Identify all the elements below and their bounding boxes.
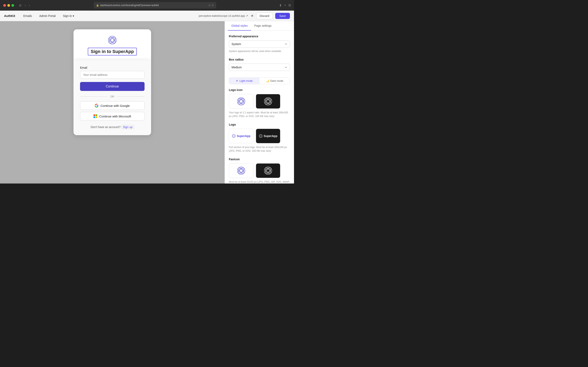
svg-point-2 <box>111 39 114 42</box>
main-area: Sign in to SuperApp Email Continue OR <box>0 21 294 184</box>
svg-point-11 <box>265 99 271 104</box>
toolbar-right: perceptive-kaleidoscope-14.authkit.app ↗… <box>199 13 290 19</box>
svg-point-24 <box>238 168 244 173</box>
back-button[interactable]: ‹ <box>24 3 26 8</box>
moon-icon: 🌙 <box>266 79 269 82</box>
forward-button[interactable]: › <box>28 3 31 8</box>
browser-controls: ⊟ ‹ › <box>18 3 31 8</box>
or-line-right <box>117 96 145 97</box>
tabs-icon[interactable]: ⧉ <box>288 3 291 7</box>
favicon-dark-svg <box>264 167 272 175</box>
theme-toggle-icon[interactable]: ☀ <box>251 14 254 18</box>
favicon-section: Favicon <box>229 158 290 184</box>
appearance-select[interactable]: System Light Dark <box>229 40 290 48</box>
external-link-icon: ↗ <box>246 14 248 17</box>
logo-icon-options <box>229 94 290 109</box>
traffic-lights <box>3 4 14 7</box>
logo-text-options: SuperApp SuperApp <box>229 129 290 143</box>
svg-point-30 <box>267 169 269 172</box>
dark-mode-label: Dark mode <box>270 79 283 82</box>
logo-section: Logo SuperApp <box>229 123 290 153</box>
auth-header-card: Sign in to SuperApp <box>73 29 151 60</box>
discard-button[interactable]: Discard <box>256 13 273 19</box>
google-button-label: Continue with Google <box>100 104 130 108</box>
close-button[interactable] <box>3 4 6 7</box>
auth-body-card: Email Continue OR Continue wi <box>73 60 151 135</box>
nav-admin-portal[interactable]: Admin Portal <box>36 13 59 19</box>
save-button[interactable]: Save <box>275 13 290 19</box>
email-label: Email <box>80 66 145 69</box>
signup-text: Don't have an account? Sign up <box>80 125 145 129</box>
panel-tabs: Global styles Page settings <box>225 21 294 31</box>
logo-icon-dark[interactable] <box>256 94 280 109</box>
logo-text-dark[interactable]: SuperApp <box>256 129 280 143</box>
logo-text-light[interactable]: SuperApp <box>229 129 253 143</box>
favicon-title: Favicon <box>229 158 290 161</box>
google-icon <box>95 104 98 108</box>
or-text: OR <box>110 95 114 98</box>
share-icon[interactable]: ⬆ <box>279 3 282 7</box>
logo-title: Logo <box>229 123 290 126</box>
app-logo: AuthKit <box>4 14 15 17</box>
appearance-hint: System appearance will be used when avai… <box>229 49 290 53</box>
logo-icon-title: Logo icon <box>229 88 290 92</box>
cast-icon: ⊙ <box>208 4 210 7</box>
fullscreen-button[interactable] <box>11 4 14 7</box>
box-radius-section: Box radius Small Medium Large <box>229 58 290 73</box>
logo-hint: Full version of your logo. Must be at le… <box>229 145 290 153</box>
preview-area: Sign in to SuperApp Email Continue OR <box>0 21 225 184</box>
google-signin-button[interactable]: Continue with Google <box>80 101 145 110</box>
dark-mode-button[interactable]: 🌙 Dark mode <box>259 78 290 84</box>
preferred-appearance-section: Preferred appearance System Light Dark S… <box>229 35 290 53</box>
logo-icon-dark-svg <box>264 97 272 105</box>
browser-chrome: ⊟ ‹ › 🔒 dashboard.workos.com/branding/ed… <box>0 0 294 11</box>
svg-point-29 <box>265 168 271 173</box>
minimize-button[interactable] <box>7 4 10 7</box>
svg-point-20 <box>259 135 262 137</box>
or-line-left <box>80 96 108 97</box>
right-panel: Global styles Page settings Preferred ap… <box>225 21 294 184</box>
light-mode-button[interactable]: ☀ Light mode <box>229 78 259 84</box>
app-toolbar: AuthKit Emails Admin Portal Sign-in ▾ pe… <box>0 11 294 21</box>
nav-sign-in[interactable]: Sign-in ▾ <box>60 13 77 19</box>
favicon-options <box>229 163 290 178</box>
microsoft-signin-button[interactable]: Continue with Microsoft <box>80 112 145 120</box>
app-url-link[interactable]: perceptive-kaleidoscope-14.authkit.app ↗ <box>199 14 248 17</box>
continue-button[interactable]: Continue <box>80 82 145 91</box>
signup-link[interactable]: Sign up <box>121 125 134 129</box>
address-bar[interactable]: 🔒 dashboard.workos.com/branding/edit?pre… <box>94 2 216 8</box>
microsoft-button-label: Continue with Microsoft <box>99 115 131 118</box>
lock-icon: 🔒 <box>96 4 99 7</box>
sun-icon: ☀ <box>236 79 238 82</box>
favicon-light[interactable] <box>229 163 253 178</box>
toolbar-nav: Emails Admin Portal Sign-in ▾ <box>20 13 77 19</box>
logo-icon-light[interactable] <box>229 94 253 109</box>
browser-actions: ⬆ + ⧉ <box>279 3 291 7</box>
tab-global-styles[interactable]: Global styles <box>228 21 251 31</box>
sidebar-toggle[interactable]: ⊟ <box>18 3 22 8</box>
logo-text-light-label: SuperApp <box>237 134 251 138</box>
auth-title: Sign in to SuperApp <box>91 49 134 54</box>
new-tab-icon[interactable]: + <box>284 3 286 7</box>
favicon-dark[interactable] <box>256 163 280 178</box>
light-mode-label: Light mode <box>240 79 252 82</box>
panel-content: Preferred appearance System Light Dark S… <box>225 31 294 184</box>
logo-text-dark-label: SuperApp <box>264 134 277 138</box>
refresh-icon[interactable]: ↻ <box>212 4 214 7</box>
email-input[interactable] <box>80 71 145 79</box>
app-logo-icon <box>108 36 117 44</box>
auth-title-box: Sign in to SuperApp <box>88 48 137 55</box>
tab-page-settings[interactable]: Page settings <box>251 21 275 31</box>
svg-point-1 <box>110 38 115 43</box>
or-divider: OR <box>80 95 145 98</box>
logo-icon-section: Logo icon <box>229 88 290 118</box>
favicon-hint: Must be at least 32x32 px (JPG, PNG, GIF… <box>229 180 290 184</box>
svg-point-6 <box>238 99 244 104</box>
radius-select[interactable]: Small Medium Large <box>229 64 290 71</box>
url-text: dashboard.workos.com/branding/edit?previ… <box>100 4 159 7</box>
logo-text-light-icon <box>232 134 236 138</box>
svg-point-16 <box>233 135 235 137</box>
appearance-mode-toggle: ☀ Light mode 🌙 Dark mode <box>229 77 290 84</box>
microsoft-icon <box>94 114 97 118</box>
nav-emails[interactable]: Emails <box>20 13 35 19</box>
